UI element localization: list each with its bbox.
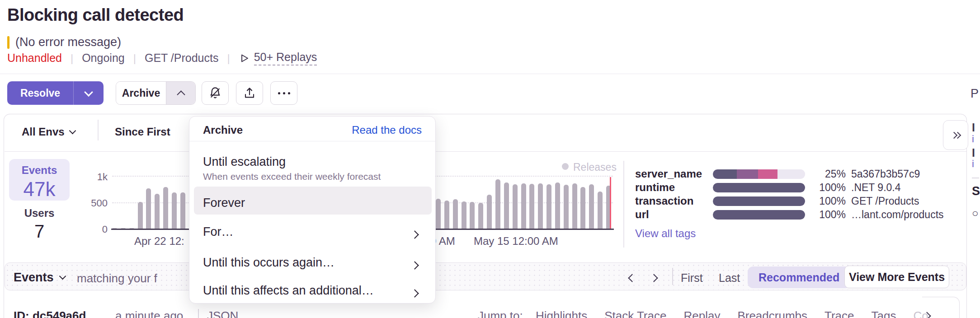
divider <box>672 268 673 285</box>
tag-bar[interactable] <box>713 183 805 192</box>
events-dropdown-label: Events <box>14 271 54 285</box>
json-link[interactable]: JSON <box>207 309 238 318</box>
first-event-link[interactable]: First <box>681 271 703 285</box>
header-divider <box>0 74 980 74</box>
mute-button[interactable] <box>202 81 229 105</box>
period-toggle-label: Since First <box>115 126 170 138</box>
sidebar-fragment: S <box>972 184 980 198</box>
menu-item-for[interactable]: For… <box>203 225 234 239</box>
jump-link[interactable]: Tags <box>872 309 896 318</box>
divider <box>98 120 99 140</box>
chart-bar <box>513 184 518 229</box>
tag-bar-segment <box>713 169 737 179</box>
tag-value: 5a367b3b57c9 <box>851 168 920 180</box>
page-title: Blocking call detected <box>7 5 184 25</box>
unhandled-badge: Unhandled <box>7 51 62 65</box>
replays-link[interactable]: 50+ Replays <box>239 51 317 65</box>
chart-bar <box>555 182 560 229</box>
tag-bar[interactable] <box>713 169 805 179</box>
chart-bar <box>598 192 603 229</box>
y-tick-1k: 1k <box>68 171 108 183</box>
jump-link[interactable]: Breadcrumbs <box>737 309 807 318</box>
environment-select-label: All Envs <box>22 126 65 138</box>
chart-bar <box>146 188 151 229</box>
view-more-events-button[interactable]: View More Events <box>844 266 949 288</box>
tag-percent: 100% <box>805 209 846 221</box>
chart-bar <box>564 185 569 229</box>
environment-select[interactable]: All Envs <box>22 126 75 138</box>
tag-value: .NET 9.0.4 <box>851 182 901 194</box>
replays-label: 50+ Replays <box>254 51 317 65</box>
x-tick-may15: May 15 12:00 AM <box>474 235 558 248</box>
recommended-toggle[interactable]: Recommended <box>748 267 850 288</box>
archive-dropdown-button[interactable] <box>166 82 195 104</box>
more-actions-button[interactable] <box>270 81 297 105</box>
jump-link[interactable]: Highlights <box>536 309 587 318</box>
tag-row: transaction 100% GET /Products <box>635 195 961 207</box>
event-timestamp: a minute ago <box>115 309 183 318</box>
tag-bar[interactable] <box>713 196 805 206</box>
tag-percent: 100% <box>805 182 846 194</box>
releases-legend-label[interactable]: Releases <box>573 161 617 173</box>
events-count-value: 47k <box>9 178 70 201</box>
error-message-row: (No error message) <box>7 35 121 49</box>
chart-bar <box>138 202 143 229</box>
tag-bar[interactable] <box>713 210 805 220</box>
read-the-docs-link[interactable]: Read the docs <box>352 124 422 136</box>
jump-links: HighlightsStack TraceReplayBreadcrumbsTr… <box>536 309 928 318</box>
resolve-dropdown-button[interactable] <box>74 81 104 105</box>
jump-link[interactable]: Stack Trace <box>604 309 666 318</box>
events-count-label: Events <box>9 164 70 177</box>
chart-bar <box>521 183 526 229</box>
menu-item-forever[interactable]: Forever <box>203 196 245 210</box>
menu-item-until-affects-additional[interactable]: Until this affects an additional… <box>203 284 374 298</box>
chart-bar <box>470 202 475 229</box>
next-event-button[interactable] <box>645 268 664 287</box>
tag-bar-segment <box>713 196 805 206</box>
last-event-link[interactable]: Last <box>719 271 740 285</box>
double-chevron-right-icon <box>952 133 960 138</box>
chart-bar <box>495 179 500 229</box>
users-count-value: 7 <box>9 221 70 242</box>
divider: | <box>133 52 136 65</box>
resolve-button[interactable]: Resolve <box>7 81 74 105</box>
archive-split-button: Archive <box>116 81 196 105</box>
chevron-right-icon <box>923 312 931 318</box>
events-count-toggle[interactable]: Events 47k <box>9 159 70 201</box>
chart-bar <box>589 184 594 229</box>
chevron-right-icon <box>412 287 418 299</box>
error-message: (No error message) <box>15 35 121 49</box>
share-button[interactable] <box>236 81 263 105</box>
archive-button[interactable]: Archive <box>116 82 166 104</box>
chevron-down-icon <box>59 273 66 280</box>
events-filter-subtitle: matching your f <box>77 271 157 285</box>
chevron-down-icon <box>84 88 93 97</box>
tag-bar-segment <box>713 210 805 220</box>
jump-link[interactable]: Trace <box>825 309 854 318</box>
period-toggle[interactable]: Since First <box>115 126 170 138</box>
upload-icon <box>243 86 256 100</box>
issue-details-page: Blocking call detected (No error message… <box>0 0 980 318</box>
users-count-label[interactable]: Users <box>9 207 70 220</box>
menu-item-until-occurs-again[interactable]: Until this occurs again… <box>203 256 335 270</box>
tag-name: transaction <box>635 195 713 207</box>
sidebar-fragment: i <box>972 133 974 145</box>
prev-event-button[interactable] <box>621 268 640 287</box>
tag-bar-segment <box>737 169 758 179</box>
severity-level-bar <box>7 36 9 49</box>
divider: | <box>71 52 73 65</box>
divider <box>972 178 979 178</box>
ellipsis-icon <box>278 92 290 94</box>
view-all-tags-link[interactable]: View all tags <box>635 227 696 240</box>
menu-item-until-escalating-subtitle: When events exceed their weekly forecast <box>203 171 381 182</box>
tag-percent: 100% <box>805 195 846 207</box>
expand-sidebar-button[interactable] <box>943 120 968 150</box>
x-tick-apr22: Apr 22 12: <box>134 235 184 248</box>
events-dropdown[interactable]: Events <box>14 271 65 285</box>
menu-item-until-escalating[interactable]: Until escalating <box>203 155 286 169</box>
archive-menu-title: Archive <box>203 124 243 136</box>
jump-link[interactable]: Replay <box>683 309 720 318</box>
chart-bar <box>172 192 177 229</box>
jump-links-scroll-button[interactable] <box>919 306 938 318</box>
releases-legend-dot <box>562 163 569 170</box>
